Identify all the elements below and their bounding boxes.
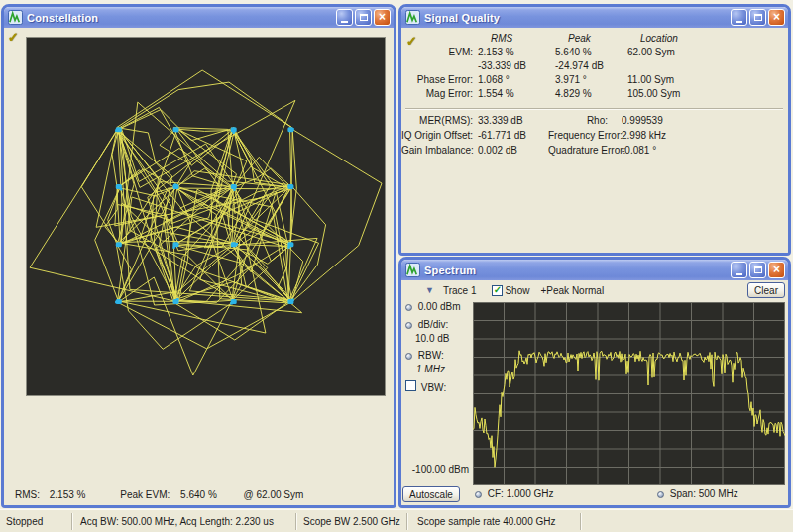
quadrature-error-value: -0.081 ° bbox=[613, 145, 788, 156]
spectrum-toolbar: ▼ Trace 1 ✓ Show +Peak Normal Clear bbox=[401, 280, 788, 300]
center-frequency-control[interactable]: CF: 1.000 GHz bbox=[475, 488, 553, 499]
constellation-client: ✓ RMS: 2.153 % Peak EVM: 5.640 % @ 62.00… bbox=[4, 28, 394, 505]
acquisition-status: Acq BW: 500.00 MHz, Acq Length: 2.230 us bbox=[72, 513, 296, 530]
scope-bw-status: Scope BW 2.500 GHz bbox=[296, 513, 407, 530]
ref-level-value[interactable]: 0.00 dBm bbox=[418, 301, 461, 312]
phase-error-peak: 3.971 ° bbox=[555, 74, 627, 85]
column-header-location: Location bbox=[627, 33, 788, 44]
ref-level-knob-icon[interactable] bbox=[405, 304, 412, 311]
vbw-label: VBW: bbox=[421, 382, 446, 393]
db-div-value[interactable]: 10.0 dB bbox=[415, 333, 449, 344]
db-div-knob-icon[interactable] bbox=[405, 322, 412, 329]
column-header-peak: Peak bbox=[555, 33, 627, 44]
clear-button[interactable]: Clear bbox=[747, 282, 785, 298]
chevron-down-icon[interactable]: ▼ bbox=[425, 285, 434, 295]
app-icon bbox=[405, 263, 420, 277]
signal-quality-client: ✓ RMS Peak Location EVM: 2.153 % 5.640 %… bbox=[401, 28, 788, 253]
window-title: Spectrum bbox=[424, 265, 731, 276]
column-header-rms: RMS bbox=[478, 33, 555, 44]
evm-peak: 5.640 % bbox=[555, 47, 627, 57]
close-button[interactable]: × bbox=[768, 262, 785, 278]
constellation-titlebar[interactable]: Constellation × bbox=[4, 7, 394, 28]
app-icon bbox=[8, 10, 23, 25]
frequency-error-value: 2.998 kHz bbox=[613, 130, 788, 141]
rbw-knob-icon[interactable] bbox=[405, 353, 412, 360]
phase-error-location: 11.00 Sym bbox=[627, 74, 788, 85]
close-button[interactable]: × bbox=[374, 9, 391, 26]
mag-error-rms: 1.554 % bbox=[478, 88, 555, 99]
run-state-status: Stopped bbox=[0, 513, 72, 530]
close-button[interactable]: × bbox=[768, 9, 785, 26]
constellation-trace bbox=[27, 38, 385, 395]
maximize-button[interactable] bbox=[749, 262, 766, 278]
db-div-label[interactable]: dB/div: bbox=[418, 319, 449, 330]
app-icon bbox=[405, 10, 420, 25]
cf-value[interactable]: CF: 1.000 GHz bbox=[488, 488, 554, 499]
trace-selector[interactable]: Trace 1 bbox=[443, 285, 477, 296]
mer-value: 33.339 dB bbox=[478, 115, 548, 126]
mag-error-peak: 4.829 % bbox=[555, 88, 627, 99]
maximize-button[interactable] bbox=[355, 9, 372, 26]
rbw-label[interactable]: RBW: bbox=[418, 350, 444, 361]
scope-sample-rate-status: Scope sample rate 40.000 GHz bbox=[407, 513, 581, 530]
autoscale-button[interactable]: Autoscale bbox=[402, 486, 460, 502]
signal-quality-table: RMS Peak Location EVM: 2.153 % 5.640 % 6… bbox=[401, 31, 788, 100]
gain-imbalance-value: 0.002 dB bbox=[478, 145, 548, 156]
detector-mode-label[interactable]: +Peak Normal bbox=[540, 285, 604, 296]
minimize-button[interactable] bbox=[731, 9, 747, 26]
status-bar: Stopped Acq BW: 500.00 MHz, Acq Length: … bbox=[0, 509, 793, 532]
span-knob-icon[interactable] bbox=[657, 491, 664, 498]
row-label: Mag Error: bbox=[401, 88, 478, 99]
rms-value: 2.153 % bbox=[50, 489, 86, 500]
signal-quality-titlebar[interactable]: Signal Quality × bbox=[401, 7, 788, 28]
iq-origin-offset-value: -61.771 dB bbox=[478, 130, 548, 141]
spectrum-titlebar[interactable]: Spectrum × bbox=[401, 260, 788, 280]
rho-value: 0.999539 bbox=[613, 115, 788, 126]
evm-peak-db: -24.974 dB bbox=[555, 60, 627, 71]
window-title: Constellation bbox=[27, 12, 336, 24]
show-checkbox[interactable]: ✓ bbox=[492, 285, 503, 296]
cf-knob-icon[interactable] bbox=[475, 491, 482, 498]
spectrum-plot[interactable] bbox=[473, 302, 785, 485]
signal-quality-window: Signal Quality × ✓ RMS Peak Location EVM… bbox=[398, 4, 791, 256]
mer-label: MER(RMS): bbox=[401, 115, 478, 126]
spectrum-window: Spectrum × ▼ Trace 1 ✓ Show +Peak Normal… bbox=[398, 257, 791, 508]
minimize-button[interactable] bbox=[731, 262, 747, 278]
mag-error-location: 105.00 Sym bbox=[627, 88, 788, 99]
constellation-status-line: RMS: 2.153 % Peak EVM: 5.640 % @ 62.00 S… bbox=[15, 489, 303, 500]
rho-label: Rho: bbox=[548, 115, 613, 126]
status-spacer bbox=[581, 513, 793, 530]
show-label: Show bbox=[505, 285, 529, 296]
evm-rms-db: -33.339 dB bbox=[478, 60, 555, 71]
spectrum-trace bbox=[473, 302, 785, 485]
row-label: EVM: bbox=[401, 47, 478, 57]
rms-label: RMS: bbox=[15, 489, 40, 500]
row-label: Phase Error: bbox=[401, 74, 478, 85]
iq-origin-offset-label: IQ Origin Offset: bbox=[401, 130, 478, 141]
application-workspace: Constellation × ✓ RMS: 2.153 % Peak EVM:… bbox=[0, 0, 793, 532]
evm-location: 62.00 Sym bbox=[627, 47, 788, 57]
constellation-plot[interactable] bbox=[26, 37, 386, 396]
minimize-button[interactable] bbox=[336, 9, 353, 26]
span-value[interactable]: Span: 500 MHz bbox=[670, 488, 738, 499]
rbw-value[interactable]: 1 MHz bbox=[416, 364, 445, 374]
signal-quality-summary: MER(RMS): 33.339 dB Rho: 0.999539 IQ Ori… bbox=[401, 113, 788, 158]
section-divider bbox=[405, 108, 783, 110]
analysis-valid-check-icon: ✓ bbox=[8, 31, 19, 44]
peak-location-value: @ 62.00 Sym bbox=[244, 489, 304, 500]
frequency-error-label: Frequency Error: bbox=[548, 130, 613, 141]
window-title: Signal Quality bbox=[424, 12, 731, 24]
spectrum-left-panel: 0.00 dBm dB/div: 10.0 dB RBW: 1 MHz bbox=[401, 300, 473, 505]
peak-evm-value: 5.640 % bbox=[180, 489, 217, 500]
span-control[interactable]: Span: 500 MHz bbox=[657, 488, 738, 499]
phase-error-rms: 1.068 ° bbox=[478, 74, 555, 85]
peak-evm-label: Peak EVM: bbox=[120, 489, 170, 500]
quadrature-error-label: Quadrature Error: bbox=[548, 145, 613, 156]
constellation-window: Constellation × ✓ RMS: 2.153 % Peak EVM:… bbox=[1, 4, 396, 508]
gain-imbalance-label: Gain Imbalance: bbox=[401, 145, 478, 156]
bottom-level-value[interactable]: -100.00 dBm bbox=[401, 464, 469, 475]
evm-rms: 2.153 % bbox=[478, 47, 555, 57]
spectrum-client: ▼ Trace 1 ✓ Show +Peak Normal Clear 0.00… bbox=[401, 280, 788, 505]
maximize-button[interactable] bbox=[749, 9, 766, 26]
vbw-checkbox[interactable] bbox=[405, 380, 416, 391]
